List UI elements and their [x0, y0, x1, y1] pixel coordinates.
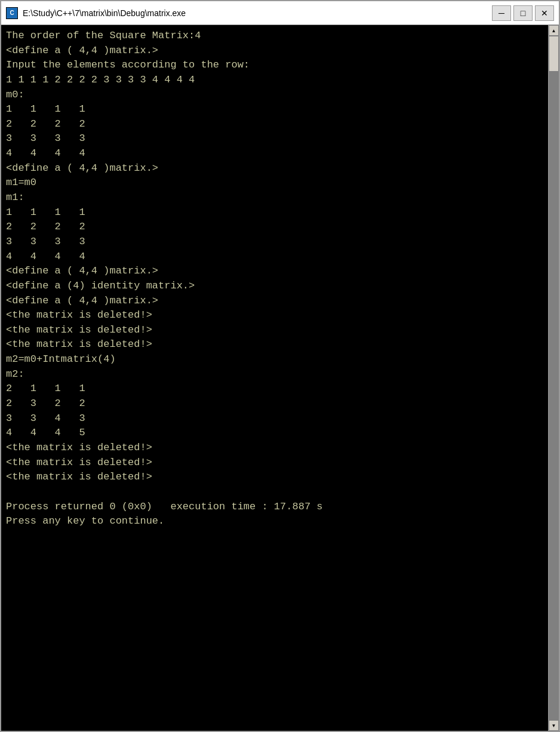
scrollbar-thumb[interactable]	[549, 36, 559, 72]
maximize-button[interactable]: □	[513, 5, 533, 21]
main-window: C E:\Study\C++\7\matrix\bin\Debug\matrix…	[0, 0, 560, 732]
close-button[interactable]: ✕	[535, 5, 554, 21]
title-bar: C E:\Study\C++\7\matrix\bin\Debug\matrix…	[1, 1, 559, 25]
scrollbar[interactable]: ▲ ▼	[548, 25, 559, 731]
scroll-up-button[interactable]: ▲	[549, 25, 559, 36]
console-area: The order of the Square Matrix:4 <define…	[1, 25, 559, 731]
scrollbar-track[interactable]	[549, 36, 559, 720]
minimize-button[interactable]: ─	[492, 5, 511, 21]
window-icon: C	[6, 7, 18, 19]
scroll-down-button[interactable]: ▼	[549, 720, 559, 731]
window-controls: ─ □ ✕	[492, 5, 554, 21]
console-output: The order of the Square Matrix:4 <define…	[1, 25, 548, 731]
window-title: E:\Study\C++\7\matrix\bin\Debug\matrix.e…	[23, 8, 492, 18]
